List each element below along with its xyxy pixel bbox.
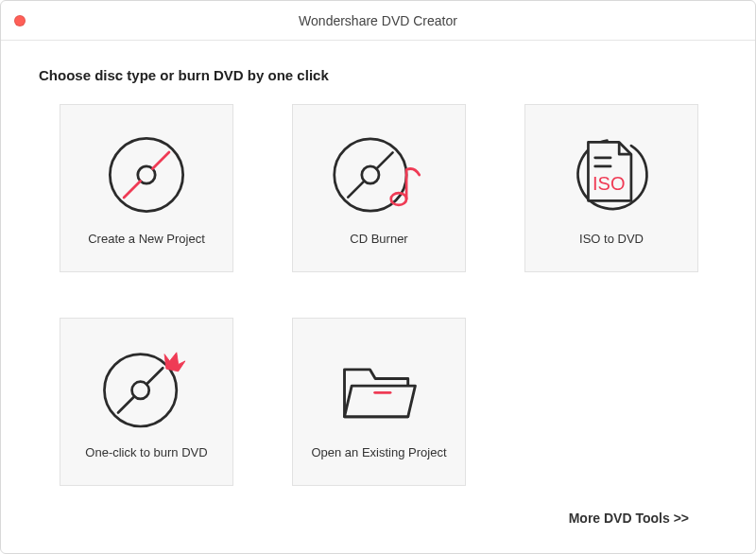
- svg-line-6: [348, 181, 364, 197]
- svg-point-0: [110, 138, 182, 211]
- tile-create-new-project[interactable]: Create a New Project: [60, 104, 233, 272]
- titlebar: Wondershare DVD Creator: [1, 1, 755, 41]
- svg-rect-15: [373, 391, 391, 394]
- iso-file-icon: ISO: [564, 126, 659, 224]
- tile-label: One-click to burn DVD: [85, 445, 207, 459]
- tile-label: CD Burner: [350, 232, 407, 246]
- content-area: Choose disc type or burn DVD by one clic…: [1, 41, 755, 553]
- tile-label: ISO to DVD: [579, 232, 644, 246]
- tile-open-existing[interactable]: Open an Existing Project: [292, 318, 466, 486]
- close-icon[interactable]: [14, 15, 26, 26]
- option-grid: Create a New Project C: [39, 104, 717, 488]
- svg-line-2: [124, 181, 140, 197]
- more-dvd-tools-link[interactable]: More DVD Tools >>: [569, 511, 689, 526]
- tile-label: Create a New Project: [88, 232, 205, 246]
- svg-point-4: [335, 139, 406, 211]
- svg-line-3: [152, 152, 168, 168]
- page-heading: Choose disc type or burn DVD by one clic…: [39, 67, 717, 83]
- svg-line-13: [118, 396, 134, 412]
- footer: More DVD Tools >>: [39, 494, 717, 544]
- disc-icon: [99, 126, 194, 224]
- tile-one-click-burn[interactable]: One-click to burn DVD: [60, 318, 233, 486]
- iso-text: ISO: [593, 173, 625, 194]
- window-title: Wondershare DVD Creator: [1, 13, 755, 28]
- cd-music-icon: [332, 126, 426, 224]
- disc-fire-icon: [99, 339, 194, 438]
- svg-line-14: [146, 368, 163, 384]
- svg-line-7: [376, 152, 392, 168]
- app-window: Wondershare DVD Creator Choose disc type…: [0, 0, 756, 554]
- tile-iso-to-dvd[interactable]: ISO ISO to DVD: [524, 104, 698, 272]
- tile-cd-burner[interactable]: CD Burner: [292, 104, 466, 272]
- tile-label: Open an Existing Project: [311, 445, 446, 459]
- folder-open-icon: [332, 339, 426, 438]
